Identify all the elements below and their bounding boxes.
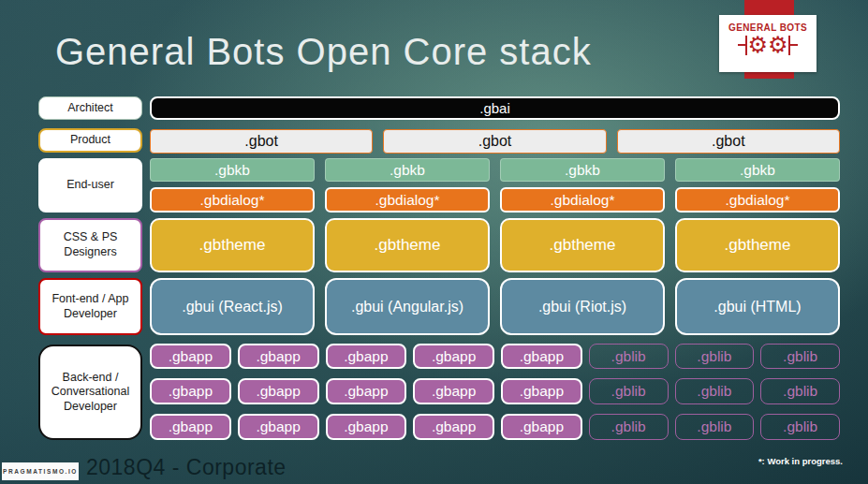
stack-box-gbapp: .gbapp: [501, 414, 582, 440]
stack-box-gbapp: .gbapp: [150, 344, 231, 369]
stack-box-gbkb: .gbkb: [675, 158, 840, 182]
role-label-designers: CSS & PS Designers: [38, 218, 142, 272]
gear-icon: ⚙: [768, 34, 788, 56]
stack-box-gbapp: .gbapp: [413, 344, 494, 369]
stack-box-gbdialog-label: .gbdialog*: [375, 192, 440, 209]
stack-box-gbtheme-label: .gbtheme: [725, 236, 791, 255]
stack-box-gbui: .gbui (Angular.js): [325, 278, 490, 335]
stack-box-gbapp: .gbapp: [326, 344, 407, 369]
stack-box-gbot: .gbot: [383, 129, 606, 154]
stack-box-gblib: .gblib: [675, 344, 755, 369]
stack-box-gbtheme: .gbtheme: [325, 218, 490, 272]
slide-canvas: General Bots Open Core stack GENERAL BOT…: [0, 0, 868, 484]
stack-box-gbdialog: .gbdialog*: [150, 187, 315, 213]
stack-box-gbapp-label: .gbapp: [256, 418, 300, 435]
stack-box-gbapp: .gbapp: [238, 378, 319, 404]
stack-box-gbot-label: .gbot: [478, 133, 512, 150]
stack-box-gbdialog: .gbdialog*: [675, 187, 840, 213]
stack-box-gblib-label: .gblib: [611, 383, 646, 400]
stack-box-gbtheme: .gbtheme: [500, 218, 665, 272]
role-label-end-user: End-user: [38, 158, 142, 213]
stack-box-gbot-label: .gbot: [244, 133, 278, 150]
stack-box-gbapp: .gbapp: [501, 378, 582, 404]
role-label-architect: Architect: [38, 96, 142, 120]
stack-box-gbtheme-label: .gbtheme: [375, 236, 441, 255]
stack-box-gbapp-label: .gbapp: [432, 348, 476, 365]
stack-box-gblib-label: .gblib: [783, 418, 817, 435]
stack-box-gbkb-label: .gbkb: [565, 162, 600, 179]
stack-row-gbkb: .gbkb.gbkb.gbkb.gbkb: [150, 158, 840, 182]
stack-box-gbapp: .gbapp: [150, 414, 231, 440]
stack-row-gbai: .gbai: [150, 96, 840, 120]
stack-box-gbui-label: .gbui (React.js): [182, 299, 283, 315]
stack-box-gbapp-label: .gbapp: [256, 383, 300, 400]
stack-box-gbui-label: .gbui (HTML): [714, 299, 801, 315]
pragmatismo-logo: PRAGMATISMO.IO: [2, 462, 79, 480]
stack-box-gblib: .gblib: [675, 414, 755, 440]
stack-box-gbdialog: .gbdialog*: [500, 187, 665, 213]
stack-box-gbot: .gbot: [150, 129, 373, 154]
stack-row-apps-1: .gbapp.gbapp.gbapp.gbapp.gbapp .gblib.gb…: [150, 344, 840, 369]
stack-box-gbdialog: .gbdialog*: [325, 187, 490, 213]
stack-box-gbapp: .gbapp: [326, 378, 407, 404]
stack-box-gbdialog-label: .gbdialog*: [726, 192, 790, 209]
stack-box-gbapp: .gbapp: [326, 414, 407, 440]
stack-box-gblib: .gblib: [760, 414, 840, 440]
logo-line: [790, 44, 798, 47]
stack-row-gbdialog: .gbdialog*.gbdialog*.gbdialog*.gbdialog*: [150, 187, 840, 213]
stack-row-gbot: .gbot.gbot.gbot: [150, 129, 840, 154]
stack-box-gbapp-label: .gbapp: [432, 418, 476, 435]
role-label-backend-developer: Back-end / Conversational Developer: [38, 345, 142, 440]
stack-box-gbapp-label: .gbapp: [169, 418, 213, 435]
stack-box-gbui: .gbui (HTML): [675, 278, 840, 335]
stack-box-gbapp-label: .gbapp: [344, 383, 388, 400]
stack-row-apps-2: .gbapp.gbapp.gbapp.gbapp.gbapp .gblib.gb…: [150, 378, 840, 404]
stack-box-gbapp: .gbapp: [501, 344, 582, 369]
logo-line: [738, 44, 745, 47]
stack-box-gbapp: .gbapp: [413, 414, 494, 440]
stack-box-gbui: .gbui (React.js): [150, 278, 315, 335]
stack-row-gbtheme: .gbtheme.gbtheme.gbtheme.gbtheme: [150, 218, 840, 272]
stack-box-gbapp-label: .gbapp: [169, 383, 213, 400]
stack-box-gbdialog-label: .gbdialog*: [200, 192, 265, 209]
stack-box-gblib-label: .gblib: [697, 348, 731, 365]
stack-box-gbkb-label: .gbkb: [740, 162, 775, 179]
stack-box-gblib: .gblib: [760, 378, 840, 404]
stack-box-gblib: .gblib: [760, 344, 840, 369]
page-title: General Bots Open Core stack: [55, 31, 592, 73]
footer-caption: 2018Q4 - Corporate: [86, 455, 287, 480]
stack-box-gblib: .gblib: [589, 414, 669, 440]
stack-box-gbdialog-label: .gbdialog*: [551, 192, 615, 209]
stack-box-gbapp: .gbapp: [238, 414, 319, 440]
stack-box-gbai: .gbai: [150, 96, 840, 120]
stack-box-gbapp: .gbapp: [150, 378, 231, 404]
stack-box-gblib: .gblib: [589, 344, 669, 369]
role-label-product: Product: [38, 128, 142, 153]
stack-box-gbot-label: .gbot: [712, 133, 745, 150]
logo-gears-row: ⚙ ⚙: [738, 34, 798, 56]
stack-box-gbapp-label: .gbapp: [344, 348, 388, 365]
stack-box-gblib-label: .gblib: [611, 418, 646, 435]
stack-box-gbtheme-label: .gbtheme: [550, 236, 616, 255]
stack-box-gbtheme-label: .gbtheme: [199, 236, 266, 255]
stack-box-gbkb-label: .gbkb: [214, 162, 250, 179]
stack-box-gbui-label: .gbui (Angular.js): [351, 299, 463, 315]
stack-box-gbkb: .gbkb: [500, 158, 665, 182]
stack-box-gblib-label: .gblib: [611, 348, 646, 365]
work-in-progress-note: *: Work in progress.: [758, 456, 843, 466]
general-bots-logo: GENERAL BOTS ⚙ ⚙: [719, 15, 817, 72]
stack-row-apps-3: .gbapp.gbapp.gbapp.gbapp.gbapp .gblib.gb…: [150, 414, 840, 440]
stack-box-gbai-label: .gbai: [479, 100, 510, 116]
role-label-frontend-developer: Font-end / App Developer: [38, 278, 142, 335]
stack-box-gblib-label: .gblib: [783, 383, 817, 400]
stack-box-gbot: .gbot: [617, 129, 840, 154]
stack-box-gbui: .gbui (Riot.js): [500, 278, 665, 335]
stack-box-gbkb-label: .gbkb: [390, 162, 425, 179]
stack-box-gbtheme: .gbtheme: [675, 218, 840, 272]
stack-box-gbkb: .gbkb: [325, 158, 490, 182]
stack-box-gbapp-label: .gbapp: [520, 348, 564, 365]
stack-box-gbkb: .gbkb: [150, 158, 315, 182]
stack-box-gbui-label: .gbui (Riot.js): [538, 299, 626, 315]
stack-box-gblib: .gblib: [675, 378, 755, 404]
stack-box-gblib: .gblib: [589, 378, 669, 404]
